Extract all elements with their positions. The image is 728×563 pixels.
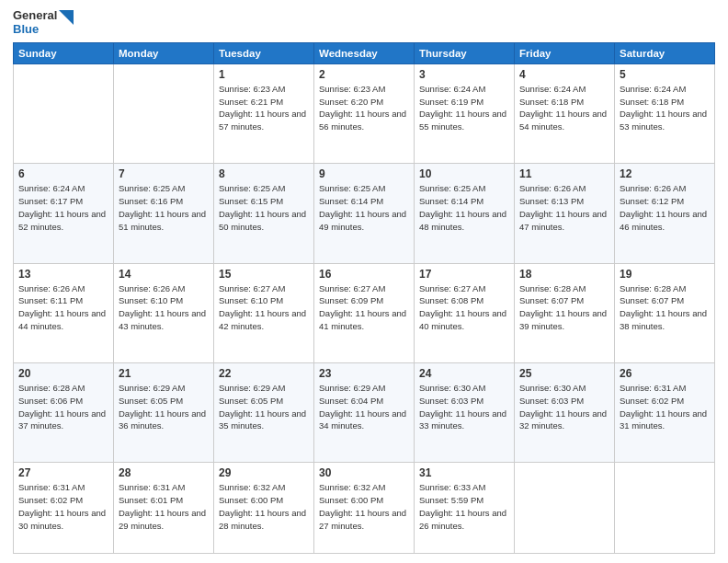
calendar-cell: 24Sunrise: 6:30 AM Sunset: 6:03 PM Dayli… (415, 363, 515, 463)
calendar-cell: 14Sunrise: 6:26 AM Sunset: 6:10 PM Dayli… (114, 263, 214, 362)
day-header-friday: Friday (515, 42, 615, 63)
day-number: 23 (319, 367, 409, 380)
calendar-cell: 4Sunrise: 6:24 AM Sunset: 6:18 PM Daylig… (515, 63, 615, 163)
calendar-cell: 10Sunrise: 6:25 AM Sunset: 6:14 PM Dayli… (415, 164, 515, 263)
day-info: Sunrise: 6:29 AM Sunset: 6:04 PM Dayligh… (319, 382, 409, 432)
calendar-cell (515, 463, 615, 554)
logo-triangle-icon (59, 10, 74, 25)
day-number: 12 (620, 167, 710, 180)
calendar-cell: 30Sunrise: 6:32 AM Sunset: 6:00 PM Dayli… (314, 463, 415, 554)
day-info: Sunrise: 6:33 AM Sunset: 5:59 PM Dayligh… (419, 481, 509, 532)
day-info: Sunrise: 6:31 AM Sunset: 6:02 PM Dayligh… (18, 481, 108, 532)
day-info: Sunrise: 6:27 AM Sunset: 6:10 PM Dayligh… (219, 282, 309, 333)
calendar-cell: 7Sunrise: 6:25 AM Sunset: 6:16 PM Daylig… (114, 164, 214, 263)
day-info: Sunrise: 6:24 AM Sunset: 6:18 PM Dayligh… (620, 83, 710, 133)
day-header-sunday: Sunday (14, 42, 114, 63)
day-info: Sunrise: 6:26 AM Sunset: 6:12 PM Dayligh… (620, 182, 710, 233)
day-number: 1 (219, 68, 309, 81)
calendar-cell: 13Sunrise: 6:26 AM Sunset: 6:11 PM Dayli… (14, 263, 114, 362)
day-info: Sunrise: 6:30 AM Sunset: 6:03 PM Dayligh… (419, 382, 509, 432)
svg-marker-0 (59, 10, 74, 25)
calendar-cell: 5Sunrise: 6:24 AM Sunset: 6:18 PM Daylig… (615, 63, 715, 163)
day-info: Sunrise: 6:28 AM Sunset: 6:07 PM Dayligh… (519, 282, 609, 333)
calendar-cell: 22Sunrise: 6:29 AM Sunset: 6:05 PM Dayli… (214, 363, 314, 463)
calendar-cell: 15Sunrise: 6:27 AM Sunset: 6:10 PM Dayli… (214, 263, 314, 362)
day-info: Sunrise: 6:26 AM Sunset: 6:10 PM Dayligh… (119, 282, 209, 333)
day-number: 18 (519, 268, 609, 281)
calendar-cell: 12Sunrise: 6:26 AM Sunset: 6:12 PM Dayli… (615, 164, 715, 263)
day-number: 21 (119, 367, 209, 380)
day-info: Sunrise: 6:28 AM Sunset: 6:06 PM Dayligh… (18, 382, 108, 432)
calendar-cell (14, 63, 114, 163)
calendar-cell: 31Sunrise: 6:33 AM Sunset: 5:59 PM Dayli… (415, 463, 515, 554)
day-info: Sunrise: 6:24 AM Sunset: 6:18 PM Dayligh… (519, 83, 609, 133)
day-number: 26 (620, 367, 710, 380)
day-number: 13 (18, 268, 108, 281)
calendar-cell: 29Sunrise: 6:32 AM Sunset: 6:00 PM Dayli… (214, 463, 314, 554)
day-number: 16 (319, 268, 409, 281)
day-number: 17 (419, 268, 509, 281)
day-info: Sunrise: 6:25 AM Sunset: 6:14 PM Dayligh… (319, 182, 409, 233)
day-number: 19 (620, 268, 710, 281)
day-number: 2 (319, 68, 409, 81)
day-info: Sunrise: 6:24 AM Sunset: 6:17 PM Dayligh… (18, 182, 108, 233)
logo-wordmark: General Blue (13, 9, 74, 37)
day-number: 25 (519, 367, 609, 380)
calendar-cell: 2Sunrise: 6:23 AM Sunset: 6:20 PM Daylig… (314, 63, 415, 163)
logo-text: General Blue (13, 9, 57, 37)
calendar-cell: 23Sunrise: 6:29 AM Sunset: 6:04 PM Dayli… (314, 363, 415, 463)
day-number: 11 (519, 167, 609, 180)
day-number: 3 (419, 68, 509, 81)
calendar-cell: 11Sunrise: 6:26 AM Sunset: 6:13 PM Dayli… (515, 164, 615, 263)
day-number: 24 (419, 367, 509, 380)
day-info: Sunrise: 6:25 AM Sunset: 6:15 PM Dayligh… (219, 182, 309, 233)
calendar-cell: 16Sunrise: 6:27 AM Sunset: 6:09 PM Dayli… (314, 263, 415, 362)
calendar-cell: 19Sunrise: 6:28 AM Sunset: 6:07 PM Dayli… (615, 263, 715, 362)
day-number: 20 (18, 367, 108, 380)
day-info: Sunrise: 6:26 AM Sunset: 6:11 PM Dayligh… (18, 282, 108, 333)
day-info: Sunrise: 6:25 AM Sunset: 6:14 PM Dayligh… (419, 182, 509, 233)
day-info: Sunrise: 6:31 AM Sunset: 6:02 PM Dayligh… (620, 382, 710, 432)
day-header-saturday: Saturday (615, 42, 715, 63)
day-number: 8 (219, 167, 309, 180)
calendar-cell: 6Sunrise: 6:24 AM Sunset: 6:17 PM Daylig… (14, 164, 114, 263)
calendar-cell: 1Sunrise: 6:23 AM Sunset: 6:21 PM Daylig… (214, 63, 314, 163)
day-info: Sunrise: 6:31 AM Sunset: 6:01 PM Dayligh… (119, 481, 209, 532)
calendar-cell: 27Sunrise: 6:31 AM Sunset: 6:02 PM Dayli… (14, 463, 114, 554)
day-number: 10 (419, 167, 509, 180)
calendar-cell: 9Sunrise: 6:25 AM Sunset: 6:14 PM Daylig… (314, 164, 415, 263)
day-info: Sunrise: 6:30 AM Sunset: 6:03 PM Dayligh… (519, 382, 609, 432)
logo-blue: Blue (13, 23, 57, 37)
day-info: Sunrise: 6:26 AM Sunset: 6:13 PM Dayligh… (519, 182, 609, 233)
calendar-cell: 21Sunrise: 6:29 AM Sunset: 6:05 PM Dayli… (114, 363, 214, 463)
logo-general: General (13, 9, 57, 23)
calendar-cell: 18Sunrise: 6:28 AM Sunset: 6:07 PM Dayli… (515, 263, 615, 362)
day-number: 4 (519, 68, 609, 81)
day-number: 30 (319, 466, 409, 479)
day-number: 27 (18, 466, 108, 479)
day-info: Sunrise: 6:24 AM Sunset: 6:19 PM Dayligh… (419, 83, 509, 133)
page: General Blue SundayMondayTuesdayWednesda… (0, 0, 728, 563)
calendar-cell: 26Sunrise: 6:31 AM Sunset: 6:02 PM Dayli… (615, 363, 715, 463)
day-info: Sunrise: 6:27 AM Sunset: 6:09 PM Dayligh… (319, 282, 409, 333)
calendar-cell (114, 63, 214, 163)
day-number: 5 (620, 68, 710, 81)
day-info: Sunrise: 6:25 AM Sunset: 6:16 PM Dayligh… (119, 182, 209, 233)
calendar-cell: 20Sunrise: 6:28 AM Sunset: 6:06 PM Dayli… (14, 363, 114, 463)
calendar-cell: 25Sunrise: 6:30 AM Sunset: 6:03 PM Dayli… (515, 363, 615, 463)
day-number: 31 (419, 466, 509, 479)
day-number: 22 (219, 367, 309, 380)
day-number: 6 (18, 167, 108, 180)
day-header-monday: Monday (114, 42, 214, 63)
day-header-tuesday: Tuesday (214, 42, 314, 63)
day-number: 28 (119, 466, 209, 479)
calendar-cell: 8Sunrise: 6:25 AM Sunset: 6:15 PM Daylig… (214, 164, 314, 263)
day-number: 29 (219, 466, 309, 479)
day-info: Sunrise: 6:29 AM Sunset: 6:05 PM Dayligh… (219, 382, 309, 432)
calendar-cell (615, 463, 715, 554)
day-info: Sunrise: 6:32 AM Sunset: 6:00 PM Dayligh… (319, 481, 409, 532)
day-info: Sunrise: 6:23 AM Sunset: 6:20 PM Dayligh… (319, 83, 409, 133)
day-number: 14 (119, 268, 209, 281)
day-number: 15 (219, 268, 309, 281)
day-info: Sunrise: 6:28 AM Sunset: 6:07 PM Dayligh… (620, 282, 710, 333)
